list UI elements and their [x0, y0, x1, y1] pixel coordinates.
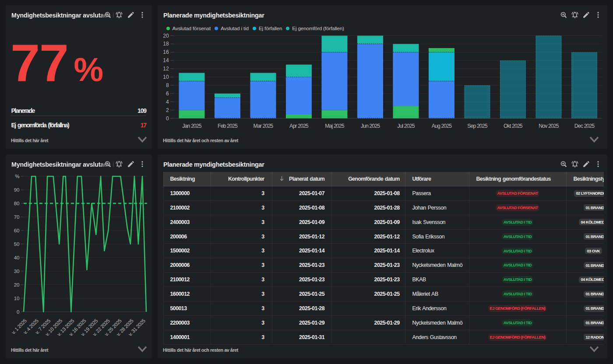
svg-text:70: 70	[14, 214, 20, 220]
svg-text:Dec 2025: Dec 2025	[574, 123, 595, 129]
svg-text:Feb 2025: Feb 2025	[218, 123, 238, 129]
svg-text:4: 4	[166, 99, 169, 105]
svg-text:Okt 2025: Okt 2025	[504, 123, 523, 129]
svg-text:Aug 2025: Aug 2025	[432, 123, 452, 129]
svg-text:%: %	[15, 174, 19, 179]
svg-text:6: 6	[166, 91, 169, 97]
svg-text:Apr 2025: Apr 2025	[289, 123, 309, 129]
svg-text:20: 20	[163, 33, 169, 39]
svg-text:10: 10	[163, 74, 169, 80]
svg-text:20: 20	[14, 282, 20, 287]
svg-text:8: 8	[166, 82, 169, 88]
svg-text:Sep 2025: Sep 2025	[467, 123, 488, 129]
svg-text:0: 0	[166, 116, 169, 122]
svg-text:18: 18	[163, 41, 169, 47]
svg-text:Mar 2025: Mar 2025	[254, 123, 274, 129]
svg-text:50: 50	[14, 242, 20, 247]
svg-text:12: 12	[163, 66, 169, 72]
svg-text:2: 2	[166, 107, 169, 113]
svg-text:14: 14	[163, 57, 169, 63]
svg-text:90: 90	[14, 187, 20, 192]
svg-text:10: 10	[14, 296, 20, 301]
svg-text:80: 80	[14, 201, 20, 206]
svg-text:0: 0	[17, 309, 19, 315]
svg-text:Jun 2025: Jun 2025	[361, 123, 380, 129]
svg-text:16: 16	[163, 49, 169, 55]
svg-text:Nov 2025: Nov 2025	[539, 123, 559, 129]
svg-text:40: 40	[14, 255, 20, 260]
svg-text:60: 60	[14, 228, 20, 233]
svg-text:Maj 2025: Maj 2025	[325, 123, 344, 129]
svg-text:30: 30	[14, 269, 20, 274]
svg-text:Jul 2025: Jul 2025	[397, 123, 415, 129]
svg-text:Jan 2025: Jan 2025	[182, 123, 201, 129]
